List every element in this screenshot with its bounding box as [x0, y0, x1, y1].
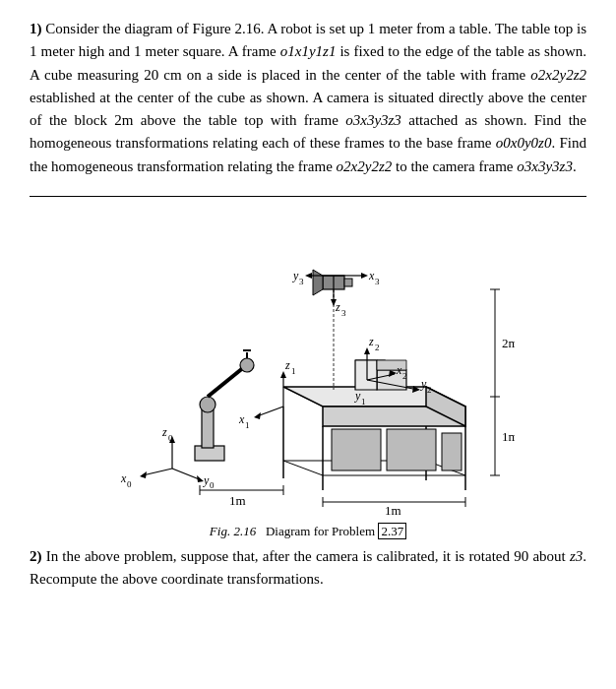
problem-2-number: 2) — [30, 548, 42, 564]
figure-caption: Fig. 2.16 Diagram for Problem 2.37 — [210, 524, 406, 539]
x2-axis-label: x — [396, 363, 402, 377]
x1-axis-label: x — [238, 412, 245, 426]
z0-subscript: 0 — [168, 433, 173, 443]
1m-depth-label: 1m — [229, 493, 246, 508]
svg-marker-51 — [364, 347, 370, 354]
svg-marker-16 — [355, 360, 377, 390]
problem-1-block: 1) Consider the diagram of Figure 2.16. … — [30, 18, 586, 178]
svg-rect-12 — [387, 429, 436, 470]
svg-marker-19 — [313, 270, 323, 295]
z1-axis-label: z — [284, 358, 290, 372]
fig-caption-text: Diagram for Problem — [266, 524, 375, 538]
svg-rect-11 — [332, 429, 381, 470]
section-divider — [30, 196, 586, 197]
frame-o3-ref2: o3x3y3z3 — [517, 158, 573, 174]
svg-line-48 — [257, 407, 283, 416]
2m-label: 2m — [502, 336, 515, 350]
diagram-svg: 2m 1m 1m 1m — [101, 215, 515, 520]
svg-line-36 — [208, 367, 244, 397]
z3-subscript: 3 — [341, 308, 346, 318]
y1-subscript: 1 — [361, 397, 366, 407]
x3-subscript: 3 — [375, 277, 380, 286]
svg-marker-43 — [197, 475, 204, 482]
1m-bottom-label: 1m — [385, 503, 401, 518]
fig-label: Fig. 2.16 — [210, 524, 256, 538]
y0-subscript: 0 — [210, 480, 215, 490]
y2-axis-label: y — [420, 377, 427, 391]
y3-subscript: 3 — [299, 277, 304, 286]
x0-subscript: 0 — [127, 479, 132, 489]
svg-rect-20 — [344, 279, 352, 286]
y0-axis-label: y — [203, 473, 210, 487]
svg-marker-47 — [280, 371, 286, 378]
problem-ref-box: 2.37 — [378, 523, 406, 539]
svg-marker-49 — [254, 412, 261, 419]
y3-axis-label: y — [292, 269, 299, 282]
x2-subscript: 2 — [402, 371, 407, 381]
svg-line-10 — [283, 461, 323, 475]
x3-axis-label: x — [368, 269, 375, 282]
problem-1-text: 1) Consider the diagram of Figure 2.16. … — [30, 18, 586, 178]
problem-2-block: 2) In the above problem, suppose that, a… — [30, 545, 586, 592]
svg-rect-13 — [442, 433, 462, 470]
svg-line-44 — [143, 469, 172, 475]
z2-axis-label: z — [368, 335, 374, 348]
y2-subscript: 2 — [427, 385, 432, 395]
problem-2-text: 2) In the above problem, suppose that, a… — [30, 545, 586, 592]
frame-o2-ref2: o2x2y2z2 — [337, 158, 393, 174]
z3-axis-label: z — [335, 300, 340, 314]
svg-marker-61 — [305, 273, 312, 279]
z2-subscript: 2 — [375, 343, 380, 352]
frame-o1: o1x1y1z1 — [280, 43, 337, 59]
frame-o0: o0x0y0z0 — [496, 135, 552, 151]
z0-axis-label: z — [161, 425, 167, 439]
x1-subscript: 1 — [245, 420, 250, 430]
figure-area: 2m 1m 1m 1m — [30, 215, 586, 539]
frame-o2: o2x2y2z2 — [530, 67, 586, 83]
problem-1-number: 1) — [30, 21, 42, 36]
frame-o3: o3x3y3z3 — [345, 112, 401, 128]
svg-marker-59 — [361, 273, 368, 279]
svg-marker-17 — [377, 360, 406, 370]
x0-axis-label: x — [120, 471, 127, 485]
svg-marker-45 — [140, 471, 147, 478]
svg-point-37 — [240, 358, 254, 372]
y1-axis-label: y — [354, 389, 361, 403]
z1-subscript: 1 — [291, 366, 296, 376]
1m-right-label: 1m — [502, 429, 515, 444]
z3-ref: z3 — [570, 548, 583, 564]
svg-point-35 — [200, 397, 216, 412]
diagram-container: 2m 1m 1m 1m — [101, 215, 515, 520]
